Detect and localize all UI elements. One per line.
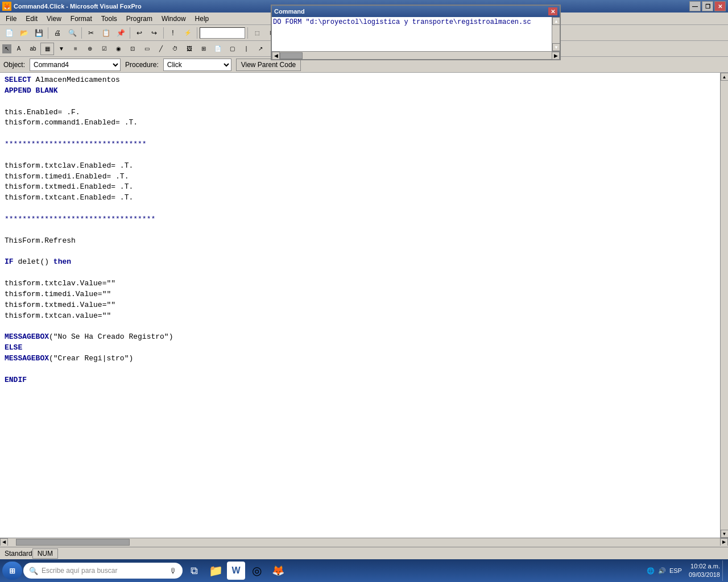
search-placeholder: Escribe aquí para buscar (42, 567, 117, 575)
text-tool[interactable]: ab (26, 43, 40, 55)
timer-tool[interactable]: ⏱ (168, 43, 182, 55)
clock-time: 10:02 a.m. (689, 562, 720, 571)
page-tool[interactable]: 📄 (211, 43, 225, 55)
toolbar-sep4 (163, 27, 164, 39)
toolbar-sep3 (130, 27, 130, 39)
copy-button[interactable]: 📋 (99, 27, 113, 39)
search-icon: 🔍 (29, 567, 38, 575)
clock[interactable]: 10:02 a.m. 09/03/2018 (689, 562, 720, 580)
object-select[interactable]: Command4 (30, 59, 121, 71)
explorer-button[interactable]: 📁 (205, 560, 226, 581)
command-title: Command (274, 8, 548, 15)
cmd-vscroll[interactable]: ▲ ▼ (552, 17, 560, 51)
app-icon: 🦊 (2, 2, 11, 11)
word-button[interactable]: W (227, 562, 245, 580)
radio-tool[interactable]: ◉ (111, 43, 125, 55)
paste-button[interactable]: 📌 (114, 27, 127, 39)
grid-tool[interactable]: ⊞ (197, 43, 210, 55)
scroll-down-arrow[interactable]: ▼ (721, 530, 729, 538)
start-icon: ⊞ (9, 567, 15, 575)
cmd-hscroll[interactable]: ◀ ▶ (272, 51, 560, 59)
horizontal-scrollbar[interactable]: ◀ ▶ (0, 538, 728, 546)
preview-button[interactable]: 🔍 (65, 27, 79, 39)
run-button[interactable]: ! (166, 27, 180, 39)
spin-tool[interactable]: ⊕ (83, 43, 97, 55)
form-shape-tool[interactable]: ▭ (140, 43, 154, 55)
image-tool[interactable]: 🖼 (183, 43, 196, 55)
form-btn[interactable]: ⬚ (250, 27, 264, 39)
vertical-scrollbar[interactable]: ▲ ▼ (720, 73, 728, 538)
scroll-thumb[interactable] (16, 539, 130, 546)
new-button[interactable]: 📄 (2, 27, 16, 39)
menu-edit[interactable]: Edit (21, 14, 42, 24)
procedure-label: Procedure: (125, 61, 159, 69)
window-controls: — ❐ ✕ (689, 1, 726, 11)
scroll-left-arrow[interactable]: ◀ (0, 538, 8, 546)
menu-file[interactable]: File (1, 14, 21, 24)
scroll-right-arrow[interactable]: ▶ (720, 538, 728, 546)
label-tool[interactable]: A (12, 43, 26, 55)
toolbar-sep5 (197, 27, 197, 39)
show-desktop[interactable] (722, 560, 726, 581)
toolbar-sep6 (247, 27, 248, 39)
restore-button[interactable]: ❐ (702, 1, 713, 11)
cursor2-icon[interactable]: ↗ (254, 43, 267, 55)
code-editor[interactable]: SELECT AlmacenMedicamentosAPPEND BLANK t… (0, 73, 728, 538)
combo-tool[interactable]: ▼ (55, 43, 68, 55)
systray: 🌐 🔊 ESP (642, 567, 686, 575)
sep2-1: | (239, 43, 253, 55)
taskbar: ⊞ 🔍 Escribe aquí para buscar 🎙 ⧉ 📁 W ◎ 🦊… (0, 559, 728, 582)
cmd-hright[interactable]: ▶ (552, 52, 560, 60)
command-close-button[interactable]: ✕ (548, 7, 557, 15)
command-content[interactable]: DO FORM "d:\proyectol\logistica y transp… (272, 17, 560, 51)
scroll-track (721, 81, 728, 530)
undo-button[interactable]: ↩ (133, 27, 146, 39)
check-tool[interactable]: ☑ (97, 43, 111, 55)
cmd-scroll-up[interactable]: ▲ (552, 17, 560, 25)
redo-button[interactable]: ↪ (147, 27, 161, 39)
code-container: SELECT AlmacenMedicamentosAPPEND BLANK t… (0, 73, 728, 546)
menu-program[interactable]: Program (122, 14, 157, 24)
mic-icon: 🎙 (169, 567, 177, 575)
taskbar-right: 🌐 🔊 ESP 10:02 a.m. 09/03/2018 (642, 560, 726, 581)
toolbar-sep2 (81, 27, 82, 39)
close-button[interactable]: ✕ (714, 1, 726, 11)
command-title-bar: Command ✕ ▲ ▼ (272, 6, 560, 17)
cmd-scroll-down[interactable]: ▼ (552, 43, 560, 51)
menu-help[interactable]: Help (191, 14, 214, 24)
cmd-hleft[interactable]: ◀ (272, 52, 280, 60)
firefox-button[interactable]: 🦊 (268, 560, 288, 581)
list-tool[interactable]: ≡ (69, 43, 82, 55)
task-view-button[interactable]: ⧉ (184, 560, 204, 581)
taskbar-search-box[interactable]: 🔍 Escribe aquí para buscar 🎙 (23, 563, 183, 579)
menu-window[interactable]: Window (157, 14, 191, 24)
menu-tools[interactable]: Tools (97, 14, 122, 24)
save-button[interactable]: 💾 (32, 27, 46, 39)
minimize-button[interactable]: — (689, 1, 701, 11)
print-button[interactable]: 🖨 (51, 27, 64, 39)
object-label: Object: (3, 61, 25, 69)
start-button[interactable]: ⊞ (2, 562, 22, 580)
speaker-icon: 🔊 (658, 567, 666, 575)
command-window: Command ✕ ▲ ▼ DO FORM "d:\proyectol\logi… (271, 5, 561, 60)
toolbar-search[interactable] (200, 27, 245, 39)
container-tool[interactable]: ▢ (225, 43, 239, 55)
cursor-icon[interactable]: ↖ (2, 44, 11, 53)
menu-view[interactable]: View (42, 14, 66, 24)
run2-button[interactable]: ⚡ (181, 27, 195, 39)
lang-label: ESP (669, 567, 682, 574)
cmd-btn-tool[interactable]: ⊡ (126, 43, 139, 55)
cmd-scroll-track (552, 25, 560, 43)
cmd-hthumb[interactable] (280, 52, 303, 59)
open-button[interactable]: 📂 (17, 27, 31, 39)
toolbar-sep1 (48, 27, 48, 39)
line-tool[interactable]: ╱ (154, 43, 168, 55)
procedure-select[interactable]: Click (163, 59, 231, 71)
menu-format[interactable]: Format (66, 14, 97, 24)
chrome-button[interactable]: ◎ (246, 560, 267, 581)
num-indicator: NUM (32, 548, 58, 559)
scroll-up-arrow[interactable]: ▲ (721, 73, 729, 81)
cut-button[interactable]: ✂ (84, 27, 98, 39)
edit-tool[interactable]: ▦ (40, 43, 54, 55)
main-window: 🦊 Command4.Click - Microsoft Visual FoxP… (0, 0, 728, 546)
